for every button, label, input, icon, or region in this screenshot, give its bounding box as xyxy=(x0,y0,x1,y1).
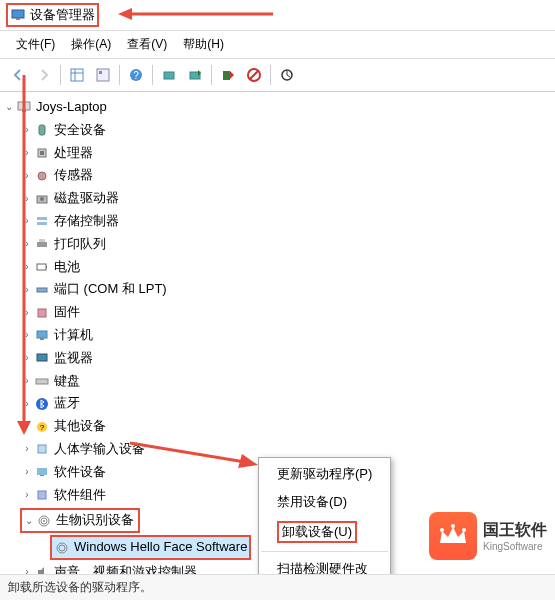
context-update-driver[interactable]: 更新驱动程序(P) xyxy=(259,460,390,488)
tree-category[interactable]: ›磁盘驱动器 xyxy=(2,187,553,210)
expander-icon[interactable]: › xyxy=(20,396,34,412)
svg-rect-38 xyxy=(38,445,46,453)
expander-icon[interactable]: › xyxy=(20,213,34,229)
watermark-text: 国王软件 xyxy=(483,520,547,541)
sensor-icon xyxy=(34,168,50,184)
svg-rect-34 xyxy=(36,379,48,384)
menu-file[interactable]: 文件(F) xyxy=(8,33,63,56)
help-button[interactable]: ? xyxy=(124,63,148,87)
svg-rect-27 xyxy=(37,264,46,270)
disk-icon xyxy=(34,191,50,207)
svg-rect-9 xyxy=(164,72,174,79)
expander-icon[interactable]: › xyxy=(20,282,34,298)
context-separator xyxy=(261,551,388,552)
crown-icon xyxy=(429,512,477,560)
tree-category[interactable]: ›?其他设备 xyxy=(2,415,553,438)
expander-icon[interactable]: › xyxy=(20,259,34,275)
properties-button[interactable] xyxy=(91,63,115,87)
svg-point-46 xyxy=(59,545,65,551)
menu-help[interactable]: 帮助(H) xyxy=(175,33,232,56)
update-button[interactable] xyxy=(183,63,207,87)
printer-icon xyxy=(34,236,50,252)
softcomp-icon xyxy=(34,487,50,503)
svg-point-44 xyxy=(43,520,45,522)
context-disable-device[interactable]: 禁用设备(D) xyxy=(259,488,390,516)
expander-icon[interactable]: › xyxy=(20,464,34,480)
category-label: 蓝牙 xyxy=(54,393,80,414)
svg-rect-39 xyxy=(37,468,47,475)
svg-rect-31 xyxy=(37,331,47,338)
expander-icon[interactable]: › xyxy=(20,145,34,161)
detail-view-icon[interactable] xyxy=(65,63,89,87)
menu-view[interactable]: 查看(V) xyxy=(119,33,175,56)
expander-icon[interactable]: › xyxy=(20,441,34,457)
firmware-icon xyxy=(34,305,50,321)
options-button[interactable] xyxy=(275,63,299,87)
svg-text:?: ? xyxy=(133,70,139,81)
svg-point-62 xyxy=(451,524,455,528)
tree-category[interactable]: ›键盘 xyxy=(2,370,553,393)
svg-line-13 xyxy=(250,71,258,79)
disable-button[interactable] xyxy=(242,63,266,87)
category-label: 处理器 xyxy=(54,143,93,164)
title-highlight: 设备管理器 xyxy=(6,3,99,27)
context-uninstall-device[interactable]: 卸载设备(U) xyxy=(259,516,390,548)
expander-icon[interactable]: › xyxy=(20,419,34,435)
category-label: 磁盘驱动器 xyxy=(54,188,119,209)
expander-icon[interactable]: › xyxy=(20,327,34,343)
expander-icon[interactable]: ⌄ xyxy=(22,513,36,529)
watermark-sub: KingSoftware xyxy=(483,541,547,552)
svg-rect-15 xyxy=(18,102,30,110)
expander-icon[interactable]: › xyxy=(20,373,34,389)
tree-category[interactable]: ›安全设备 xyxy=(2,119,553,142)
svg-rect-40 xyxy=(40,475,44,476)
expander-icon[interactable]: › xyxy=(20,350,34,366)
tree-category[interactable]: ›监视器 xyxy=(2,347,553,370)
keyboard-icon xyxy=(34,373,50,389)
svg-rect-6 xyxy=(99,71,102,74)
svg-rect-41 xyxy=(38,491,46,499)
tree-category[interactable]: ›计算机 xyxy=(2,324,553,347)
tree-category[interactable]: ›存储控制器 xyxy=(2,210,553,233)
tree-category[interactable]: ›处理器 xyxy=(2,142,553,165)
category-label: 电池 xyxy=(54,257,80,278)
titlebar: 设备管理器 xyxy=(0,0,555,31)
tree-category[interactable]: ›传感器 xyxy=(2,164,553,187)
expander-icon[interactable]: › xyxy=(20,191,34,207)
display-icon xyxy=(34,350,50,366)
expander-icon[interactable]: › xyxy=(20,487,34,503)
svg-point-22 xyxy=(40,197,44,201)
category-label: 端口 (COM 和 LPT) xyxy=(54,279,167,300)
category-label: 计算机 xyxy=(54,325,93,346)
category-label: 固件 xyxy=(54,302,80,323)
root-label: Joys-Laptop xyxy=(36,97,107,118)
menu-action[interactable]: 操作(A) xyxy=(63,33,119,56)
statusbar: 卸载所选设备的驱动程序。 xyxy=(0,574,555,600)
expander-icon[interactable]: ⌄ xyxy=(2,99,16,115)
fingerprint-icon xyxy=(54,540,70,556)
svg-rect-26 xyxy=(39,239,45,242)
biometric-child-label: Windows Hello Face Software xyxy=(74,537,247,558)
expander-icon[interactable]: › xyxy=(20,305,34,321)
svg-rect-1 xyxy=(16,18,20,20)
category-label: 传感器 xyxy=(54,165,93,186)
expander-icon[interactable]: › xyxy=(20,122,34,138)
forward-button[interactable] xyxy=(32,63,56,87)
svg-rect-23 xyxy=(37,217,47,220)
tree-category[interactable]: ›打印队列 xyxy=(2,233,553,256)
back-button[interactable] xyxy=(6,63,30,87)
svg-rect-24 xyxy=(37,222,47,225)
category-label: 存储控制器 xyxy=(54,211,119,232)
expander-icon[interactable]: › xyxy=(20,236,34,252)
tree-category[interactable]: ›电池 xyxy=(2,256,553,279)
svg-rect-5 xyxy=(97,69,109,81)
scan-button[interactable] xyxy=(157,63,181,87)
tree-category[interactable]: ›蓝牙 xyxy=(2,392,553,415)
tree-root[interactable]: ⌄ Joys-Laptop xyxy=(2,96,553,119)
tree-category[interactable]: ›固件 xyxy=(2,301,553,324)
svg-rect-2 xyxy=(71,69,83,81)
uninstall-button[interactable] xyxy=(216,63,240,87)
svg-rect-11 xyxy=(223,71,230,80)
expander-icon[interactable]: › xyxy=(20,168,34,184)
tree-category[interactable]: ›端口 (COM 和 LPT) xyxy=(2,278,553,301)
